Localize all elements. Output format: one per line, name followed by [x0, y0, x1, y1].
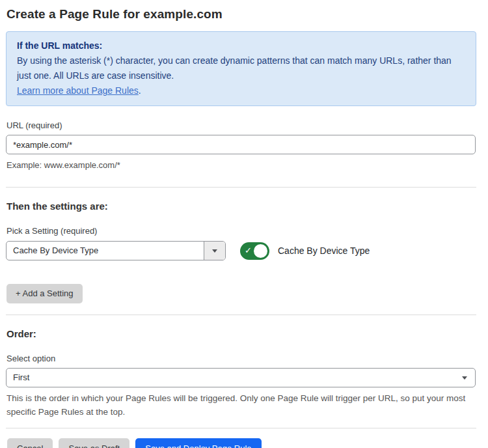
settings-section-heading: Then the settings are: [7, 201, 476, 212]
order-select[interactable]: First [6, 368, 476, 387]
chevron-down-icon [462, 376, 467, 380]
divider [6, 428, 476, 428]
url-input[interactable] [6, 135, 476, 154]
info-box-link-line: Learn more about Page Rules. [17, 83, 465, 98]
cache-by-device-toggle[interactable]: ✓ [240, 242, 269, 260]
order-select-label: Select option [7, 354, 476, 363]
save-as-draft-button[interactable]: Save as Draft [59, 438, 129, 448]
url-example-helper: Example: www.example.com/* [7, 159, 476, 172]
order-select-value: First [7, 369, 475, 387]
info-box-body: By using the asterisk (*) character, you… [17, 53, 465, 83]
check-icon: ✓ [245, 246, 252, 255]
link-suffix: . [139, 85, 141, 96]
order-helper-text: This is the order in which your Page Rul… [7, 391, 475, 419]
add-setting-button[interactable]: + Add a Setting [7, 284, 83, 303]
toggle-label: Cache By Device Type [278, 245, 370, 256]
page-title: Create a Page Rule for example.com [7, 7, 476, 21]
order-section-heading: Order: [7, 328, 476, 339]
toggle-knob [252, 243, 269, 259]
divider [6, 315, 476, 315]
page-rule-form: Create a Page Rule for example.com If th… [0, 0, 488, 448]
action-button-row: Cancel Save as Draft Save and Deploy Pag… [7, 438, 476, 448]
setting-picker-label: Pick a Setting (required) [7, 226, 476, 236]
chevron-down-icon [212, 249, 217, 253]
url-match-info-box: If the URL matches: By using the asteris… [6, 31, 476, 106]
learn-more-link[interactable]: Learn more about Page Rules [17, 85, 139, 96]
save-and-deploy-button[interactable]: Save and Deploy Page Rule [135, 438, 261, 448]
setting-select-arrow-button[interactable] [204, 242, 225, 260]
cancel-button[interactable]: Cancel [7, 438, 53, 448]
setting-select-value: Cache By Device Type [7, 242, 204, 260]
url-field-label: URL (required) [7, 120, 476, 130]
setting-select[interactable]: Cache By Device Type [6, 241, 226, 260]
divider [6, 187, 476, 188]
info-box-heading: If the URL matches: [17, 38, 465, 53]
setting-row: Cache By Device Type ✓ Cache By Device T… [6, 241, 476, 260]
